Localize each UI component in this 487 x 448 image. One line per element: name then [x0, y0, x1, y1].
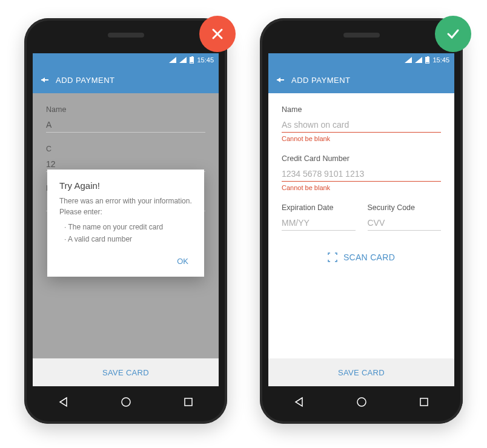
signal-icon	[415, 57, 422, 63]
scan-icon	[328, 252, 337, 262]
cvv-label: Security Code	[368, 203, 442, 212]
card-label: Credit Card Number	[282, 154, 441, 163]
status-time: 15:45	[197, 56, 214, 64]
signal-icon	[179, 57, 187, 63]
wifi-icon	[169, 57, 176, 63]
battery-icon	[190, 57, 194, 64]
battery-icon	[425, 57, 429, 64]
cvv-input[interactable]: CVV	[368, 214, 442, 231]
wifi-icon	[405, 57, 412, 63]
dialog-item-2: · A valid card number	[59, 233, 192, 245]
save-card-label: SAVE CARD	[338, 368, 385, 377]
app-bar: ADD PAYMENT	[268, 67, 454, 93]
error-dialog: Try Again! There was an error with your …	[47, 170, 204, 277]
cross-icon	[210, 26, 225, 42]
name-input[interactable]: A	[46, 116, 205, 133]
good-badge	[435, 16, 471, 52]
dialog-item-1: · The name on your credit card	[59, 221, 192, 233]
appbar-title: ADD PAYMENT	[56, 76, 114, 85]
scan-card-label: SCAN CARD	[343, 252, 395, 262]
nav-back-icon[interactable]	[294, 397, 305, 407]
status-bar: 15:45	[268, 53, 454, 67]
save-card-button[interactable]: SAVE CARD	[268, 358, 454, 386]
exp-input[interactable]: MM/YY	[282, 214, 356, 231]
status-time: 15:45	[432, 56, 449, 64]
name-label: Name	[282, 105, 441, 114]
phone-frame-good: 15:45 ADD PAYMENT Name As shown on card …	[260, 18, 463, 424]
dialog-body: There was an error with your information…	[59, 196, 192, 217]
back-arrow-icon[interactable]	[277, 77, 280, 82]
nav-home-icon[interactable]	[356, 396, 368, 408]
bad-badge	[199, 16, 236, 52]
card-input[interactable]: 1234 5678 9101 1213	[282, 165, 441, 182]
screen-good: 15:45 ADD PAYMENT Name As shown on card …	[268, 53, 454, 386]
status-bar: 15:45	[33, 53, 219, 67]
name-label: Name	[46, 105, 205, 114]
nav-recent-icon[interactable]	[184, 397, 193, 407]
dialog-ok-button[interactable]: OK	[173, 252, 192, 271]
android-nav-bar	[33, 389, 219, 415]
name-input[interactable]: As shown on card	[282, 116, 441, 133]
nav-recent-icon[interactable]	[419, 397, 429, 407]
card-label: C	[46, 145, 205, 153]
save-card-button[interactable]: SAVE CARD	[33, 358, 219, 386]
scan-card-button[interactable]: SCAN CARD	[328, 252, 395, 262]
svg-point-0	[122, 398, 130, 406]
name-error: Cannot be blank	[282, 135, 441, 142]
svg-rect-3	[420, 398, 428, 406]
check-icon	[445, 25, 462, 42]
nav-back-icon[interactable]	[58, 397, 69, 407]
save-card-label: SAVE CARD	[102, 368, 149, 377]
svg-point-2	[357, 398, 366, 406]
appbar-title: ADD PAYMENT	[291, 76, 350, 85]
svg-rect-1	[185, 398, 192, 406]
android-nav-bar	[268, 389, 454, 415]
app-bar: ADD PAYMENT	[33, 67, 219, 93]
nav-home-icon[interactable]	[120, 396, 132, 408]
screen-bad: 15:45 ADD PAYMENT Name A	[33, 53, 219, 386]
exp-label: Expiration Date	[282, 203, 356, 212]
phone-frame-bad: 15:45 ADD PAYMENT Name A	[24, 18, 227, 424]
card-error: Cannot be blank	[282, 184, 441, 191]
back-arrow-icon[interactable]	[41, 77, 45, 82]
dialog-title: Try Again!	[59, 180, 192, 191]
